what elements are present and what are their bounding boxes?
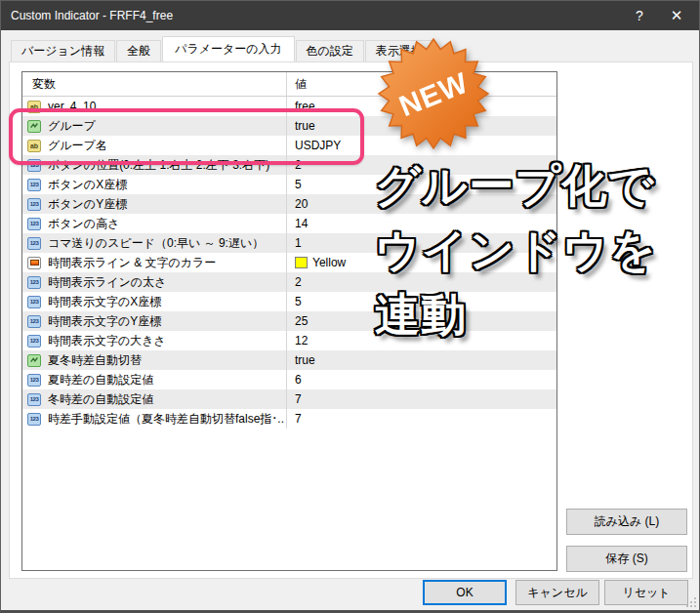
window-title: Custom Indicator - FRFF4_free	[1, 9, 173, 22]
param-name: 時間表示ライン & 文字のカラー	[48, 255, 286, 271]
int-icon: 123	[27, 179, 41, 191]
param-name: 時間表示文字のY座標	[48, 313, 286, 330]
int-icon: 123	[27, 315, 41, 328]
int-icon: 123	[27, 198, 41, 211]
int-icon: 123	[27, 237, 41, 250]
tab-bar: バージョン情報全般パラメーターの入力色の設定表示選択	[11, 36, 434, 61]
param-name: 時間表示ラインの太さ	[48, 274, 286, 291]
int-icon: 123	[27, 413, 41, 426]
dialog-window: Custom Indicator - FRFF4_free ? ✕ バージョン情…	[0, 0, 700, 613]
param-name: ボタンの高さ	[48, 216, 286, 232]
bool-icon	[27, 354, 41, 367]
int-icon: 123	[27, 393, 41, 406]
color-swatch	[295, 257, 308, 268]
tab-parameters[interactable]: パラメーターの入力	[162, 36, 294, 61]
int-icon: 123	[27, 296, 41, 308]
color-icon	[27, 257, 41, 269]
param-value[interactable]: 7	[286, 409, 556, 429]
param-value[interactable]: 6	[286, 370, 556, 389]
param-name: 夏時差の自動設定値	[48, 372, 286, 388]
pink-highlight-box	[9, 108, 364, 165]
int-icon: 123	[27, 276, 41, 289]
reset-button[interactable]: リセット	[604, 580, 688, 605]
title-bar: Custom Indicator - FRFF4_free ? ✕	[1, 1, 699, 30]
tab-version-info[interactable]: バージョン情報	[11, 40, 115, 61]
column-header-variable[interactable]: 変数	[22, 76, 286, 93]
param-name: 時間表示文字の大きさ	[48, 333, 286, 349]
param-name: ボタンのX座標	[48, 177, 286, 193]
ok-button[interactable]: OK	[423, 580, 507, 605]
new-badge: NEW	[375, 35, 492, 152]
param-value[interactable]: 7	[286, 389, 556, 409]
resize-grip[interactable]	[686, 597, 696, 607]
close-button[interactable]: ✕	[660, 1, 693, 30]
param-name: コマ送りのスピード（0:早い ～ 9:遅い）	[48, 235, 286, 252]
table-row[interactable]: 夏冬時差自動切替true	[22, 350, 556, 370]
param-name: 時差手動設定値（夏冬時差自動切替false指･..	[48, 411, 286, 428]
table-row[interactable]: 123冬時差の自動設定値7	[22, 389, 556, 409]
param-value[interactable]: true	[286, 350, 556, 370]
cancel-button[interactable]: キャンセル	[515, 580, 599, 605]
int-icon: 123	[27, 335, 41, 347]
param-name: ボタンのY座標	[48, 196, 286, 213]
help-button[interactable]: ?	[623, 1, 656, 30]
table-row[interactable]: 123夏時差の自動設定値6	[22, 370, 556, 389]
table-row[interactable]: 123時差手動設定値（夏冬時差自動切替false指･..7	[22, 409, 556, 429]
load-button[interactable]: 読み込み (L)	[566, 509, 687, 535]
param-name: 夏冬時差自動切替	[48, 352, 286, 369]
param-name: 冬時差の自動設定値	[48, 391, 286, 408]
tab-general[interactable]: 全般	[116, 40, 161, 61]
tab-colors[interactable]: 色の設定	[296, 40, 364, 61]
int-icon: 123	[27, 218, 41, 230]
save-button[interactable]: 保存 (S)	[566, 546, 687, 572]
int-icon: 123	[27, 374, 41, 387]
promo-text: グループ化で ウインドウを 連動	[375, 153, 656, 347]
param-name: 時間表示文字のX座標	[48, 294, 286, 310]
